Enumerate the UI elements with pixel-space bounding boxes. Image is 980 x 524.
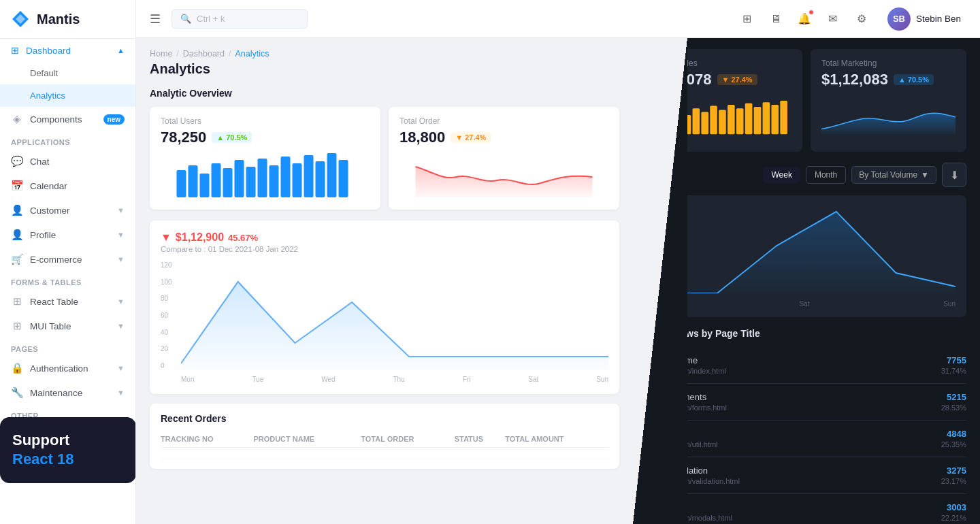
chevron-down-icon-4: ▼ xyxy=(117,297,125,306)
col-product: PRODUCT NAME xyxy=(253,431,361,448)
chevron-down-icon-vol: ▼ xyxy=(921,170,929,180)
income-svg-chart xyxy=(181,261,608,370)
svg-rect-26 xyxy=(736,108,744,134)
page-view-item-1: Admin Home /demo/admin/index.html 7755 3… xyxy=(647,347,966,384)
sidebar-item-dashboard[interactable]: ⊞ Dashboard ▲ xyxy=(0,39,135,62)
settings-icon-btn[interactable]: ⚙ xyxy=(849,7,874,31)
svg-rect-15 xyxy=(327,153,337,197)
ecommerce-label: E-commerce xyxy=(30,255,82,265)
sidebar-item-profile[interactable]: 👤 Profile ▼ xyxy=(0,223,135,247)
page-view-item-4: Form Validation /demo/admin/validation.h… xyxy=(647,457,966,494)
sidebar-item-calendar[interactable]: 📅 Calendar xyxy=(0,174,135,198)
chevron-down-icon-3: ▼ xyxy=(117,255,125,263)
svg-rect-9 xyxy=(258,159,267,197)
analytic-overview-title: Analytic Overview xyxy=(150,88,619,99)
sidebar-item-default[interactable]: Default xyxy=(0,62,135,84)
user-avatar[interactable]: SB Stebin Ben xyxy=(882,5,966,33)
monitor-icon-btn[interactable]: 🖥 xyxy=(764,7,788,31)
user-name: Stebin Ben xyxy=(916,14,961,24)
svg-rect-31 xyxy=(780,101,787,134)
sidebar-item-customer[interactable]: 👤 Customer ▼ xyxy=(0,198,135,223)
breadcrumb-dashboard[interactable]: Dashboard xyxy=(183,49,225,59)
dashboard-icon: ⊞ xyxy=(11,45,19,56)
components-icon: ◈ xyxy=(11,113,23,125)
month-btn[interactable]: Month xyxy=(806,166,846,184)
main-area: ☰ 🔍 Ctrl + k ⊞ 🖥 🔔 ✉ ⚙ SB Stebin Ben Hom… xyxy=(136,0,980,524)
forms-label: Forms & Tables xyxy=(0,272,135,289)
svg-rect-16 xyxy=(339,160,348,197)
logo-icon xyxy=(11,10,30,29)
income-header: ▼ $1,12,900 45.67% Compare to : 01 Dec 2… xyxy=(161,231,608,253)
total-order-value: 18,800 xyxy=(399,129,445,146)
svg-rect-19 xyxy=(675,111,683,134)
chevron-down-icon-7: ▼ xyxy=(117,389,125,397)
customer-icon: 👤 xyxy=(11,204,23,216)
svg-rect-30 xyxy=(771,105,779,134)
sidebar-item-authentication[interactable]: 🔒 Authentication ▼ xyxy=(0,356,135,380)
components-badge: new xyxy=(103,114,125,125)
total-sales-value: $35,078 xyxy=(657,71,712,88)
react-table-label: React Table xyxy=(30,297,78,307)
customer-label: Customer xyxy=(30,206,70,216)
dark-analytics-cards: Total Sales $35,078 ▼ 27.4% xyxy=(647,49,966,152)
volume-dropdown[interactable]: By Total Volume ▼ xyxy=(851,166,936,184)
content-left: Home / Dashboard / Analytics Analytics A… xyxy=(136,38,633,524)
income-value: ▼ $1,12,900 45.67% xyxy=(161,231,298,244)
calendar-label: Calendar xyxy=(30,181,67,191)
table-icon: ⊞ xyxy=(11,295,23,308)
profile-icon: 👤 xyxy=(11,229,23,241)
dark-income-chart: Fri Sat Sun xyxy=(647,195,966,317)
svg-rect-23 xyxy=(710,105,717,134)
mail-icon-btn[interactable]: ✉ xyxy=(821,7,845,31)
bell-icon-btn[interactable]: 🔔 xyxy=(792,7,817,31)
week-btn[interactable]: Week xyxy=(763,167,800,183)
total-order-card: Total Order 18,800 ▼ 27.4% xyxy=(389,107,619,210)
total-sales-chart xyxy=(657,95,791,140)
col-total-amount: TOTAL AMOUNT xyxy=(505,431,608,448)
svg-rect-20 xyxy=(684,115,691,134)
dark-area-svg xyxy=(657,205,956,293)
sidebar-item-chat[interactable]: 💬 Chat xyxy=(0,149,135,174)
download-icon-btn[interactable]: ⬇ xyxy=(942,163,966,187)
svg-rect-13 xyxy=(304,155,314,197)
recent-orders-section: Recent Orders TRACKING NO PRODUCT NAME T… xyxy=(150,404,619,469)
grid-icon-btn[interactable]: ⊞ xyxy=(735,7,760,31)
pages-label: Pages xyxy=(0,338,135,356)
search-bar[interactable]: 🔍 Ctrl + k xyxy=(172,9,308,29)
income-compare: Compare to : 01 Dec 2021-08 Jan 2022 xyxy=(161,245,298,253)
page-view-item-5: Modals /demo/admin/modals.html 3003 22.2… xyxy=(647,494,966,524)
support-react-card: Support React 18 xyxy=(0,417,136,483)
total-order-label: Total Order xyxy=(399,116,608,126)
orders-table: TRACKING NO PRODUCT NAME TOTAL ORDER STA… xyxy=(161,431,608,459)
sidebar-item-react-table[interactable]: ⊞ React Table ▼ xyxy=(0,289,135,314)
total-sales-label: Total Sales xyxy=(657,59,791,68)
svg-rect-7 xyxy=(235,160,244,197)
total-marketing-chart xyxy=(821,95,956,140)
sidebar-item-maintenance[interactable]: 🔧 Maintenance ▼ xyxy=(0,380,135,405)
sidebar-logo[interactable]: Mantis xyxy=(0,0,135,39)
support-text: Support React 18 xyxy=(12,431,124,470)
total-sales-badge: ▼ 27.4% xyxy=(717,74,757,85)
sidebar-item-ecommerce[interactable]: 🛒 E-commerce ▼ xyxy=(0,247,135,272)
svg-rect-10 xyxy=(270,165,279,197)
sidebar-item-mui-table[interactable]: ⊞ MUI Table ▼ xyxy=(0,314,135,338)
hamburger-icon[interactable]: ☰ xyxy=(150,12,161,27)
page-views-title: Page Views by Page Title xyxy=(647,328,966,339)
svg-rect-25 xyxy=(728,105,735,134)
total-order-badge: ▼ 27.4% xyxy=(451,132,491,143)
breadcrumb-current: Analytics xyxy=(235,49,269,59)
table-row xyxy=(161,448,608,459)
breadcrumb-home[interactable]: Home xyxy=(150,49,172,59)
components-label: Components xyxy=(30,114,82,125)
svg-rect-11 xyxy=(281,157,291,197)
svg-rect-8 xyxy=(246,167,256,197)
income-overview-section: ▼ $1,12,900 45.67% Compare to : 01 Dec 2… xyxy=(150,220,619,394)
income-controls-dark: Week Month By Total Volume ▼ ⬇ xyxy=(647,163,966,187)
sidebar-item-analytics[interactable]: Analytics xyxy=(0,84,135,107)
svg-rect-4 xyxy=(200,174,210,197)
analytics-cards: Total Users 78,250 ▲ 70.5% xyxy=(150,107,619,210)
chat-label: Chat xyxy=(30,157,50,167)
page-title: Analytics xyxy=(150,61,619,77)
svg-rect-2 xyxy=(177,170,186,197)
sidebar-item-components[interactable]: ◈ Components new xyxy=(0,107,135,131)
